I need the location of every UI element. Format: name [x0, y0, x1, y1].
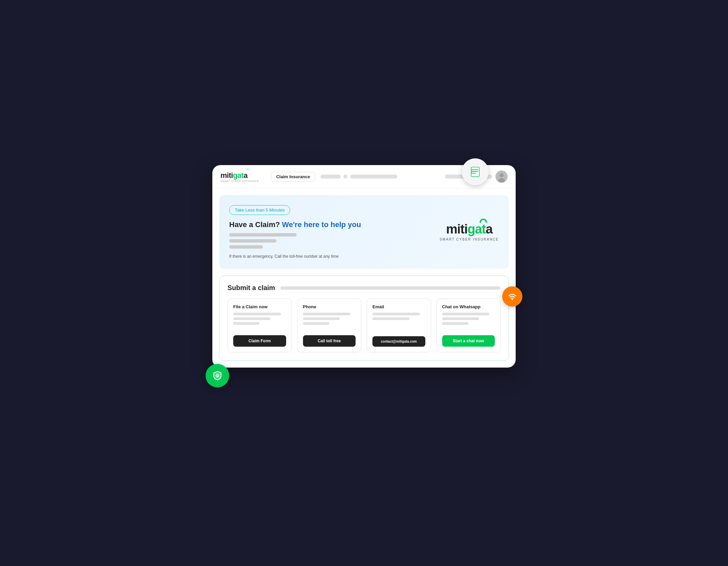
whatsapp-title: Chat on Whatsapp [442, 304, 495, 309]
time-badge: Take Less than 5 Minutes [229, 205, 290, 215]
card-line [372, 313, 420, 315]
claim-form-button[interactable]: Claim Form [233, 335, 286, 347]
shield-float-icon [206, 364, 229, 387]
nav-pills [321, 175, 439, 179]
nav-pill-dot [343, 175, 347, 179]
card-line [442, 322, 468, 325]
file-claim-title: File a Claim now [233, 304, 286, 309]
logo-area: mitigata⌒ SMART CYBER INSURANCE [220, 171, 259, 182]
hero-line-3 [229, 245, 263, 249]
submit-header: Submit a claim [228, 284, 500, 292]
hero-title: Have a Claim? We're here to help you [229, 220, 439, 229]
hero-emergency: If there is an emergency, Call the toll-… [229, 254, 439, 259]
card-line [303, 322, 329, 325]
hero-title-static: Have a Claim? [229, 220, 280, 229]
svg-point-4 [472, 169, 473, 170]
email-card: Email contact@mitigata.com [367, 298, 431, 352]
phone-card: Phone Call toll free [297, 298, 362, 352]
scene: mitigata⌒ SMART CYBER INSURANCE Claim In… [212, 165, 516, 401]
avatar [495, 170, 508, 183]
phone-title: Phone [303, 304, 356, 309]
card-line [303, 313, 351, 315]
submit-header-line [280, 286, 500, 290]
logo-text: mitigata⌒ [220, 171, 259, 180]
card-line [442, 317, 479, 320]
wifi-float-icon [502, 286, 522, 307]
file-claim-lines [233, 313, 286, 331]
card-line [233, 317, 270, 320]
hero-lines [229, 233, 439, 249]
hero-right: mitigata SMART CYBER INSURANCE [439, 223, 499, 241]
card-line [303, 317, 340, 320]
card-line [233, 313, 281, 315]
start-chat-button[interactable]: Start a chat now [442, 335, 495, 347]
call-toll-free-button[interactable]: Call toll free [303, 335, 356, 347]
svg-point-11 [499, 173, 504, 177]
submit-section: Submit a claim File a Claim now Claim Fo… [219, 276, 509, 361]
hero-left: Take Less than 5 Minutes Have a Claim? W… [229, 205, 439, 259]
main-card: mitigata⌒ SMART CYBER INSURANCE Claim In… [212, 165, 516, 368]
checklist-float-icon [462, 158, 489, 185]
svg-point-5 [472, 171, 473, 172]
card-line [372, 317, 410, 320]
submit-title: Submit a claim [228, 284, 275, 292]
email-lines [372, 313, 425, 332]
whatsapp-card: Chat on Whatsapp Start a chat now [436, 298, 501, 352]
whatsapp-lines [442, 313, 495, 331]
mitigata-large-logo: mitigata [439, 223, 499, 235]
email-title: Email [372, 304, 425, 309]
card-line [442, 313, 490, 315]
mitigata-large-subtitle: SMART CYBER INSURANCE [439, 238, 499, 241]
logo-subtitle: SMART CYBER INSURANCE [220, 180, 259, 182]
claim-insurance-tab[interactable]: Claim Insurance [271, 172, 315, 182]
svg-point-6 [472, 173, 473, 174]
hero-section: Take Less than 5 Minutes Have a Claim? W… [219, 195, 509, 269]
card-line [233, 322, 260, 325]
hero-title-highlight: We're here to help you [282, 220, 361, 229]
hero-line-2 [229, 239, 276, 243]
nav-pill-2 [350, 175, 397, 179]
svg-point-7 [512, 299, 513, 300]
phone-lines [303, 313, 356, 331]
cards-grid: File a Claim now Claim Form Phone [228, 298, 500, 352]
contact-email-button[interactable]: contact@mitigata.com [372, 336, 425, 347]
file-claim-card: File a Claim now Claim Form [228, 298, 292, 352]
nav-pill-1 [321, 175, 341, 179]
hero-line-1 [229, 233, 297, 237]
